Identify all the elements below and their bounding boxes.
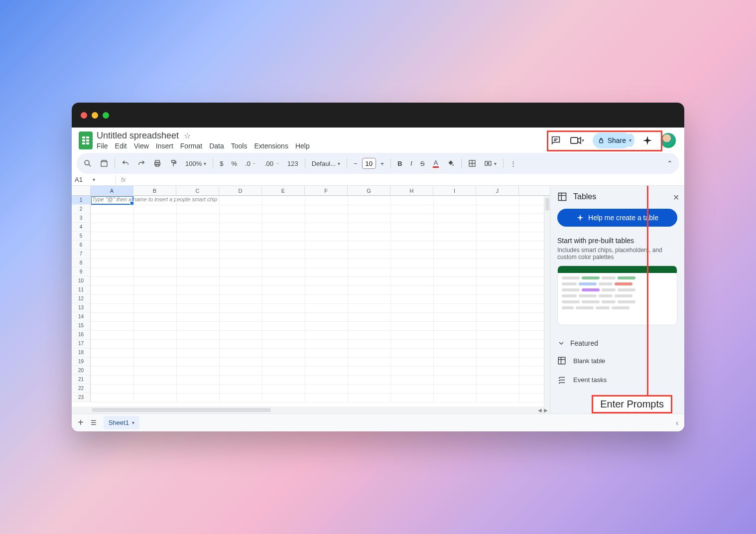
comments-icon[interactable] [550,134,562,146]
collapse-side-panel-icon[interactable]: ‹ [676,419,678,427]
menu-data[interactable]: Data [209,142,224,150]
table-view-icon[interactable] [99,159,110,167]
row-header-14[interactable]: 14 [72,312,91,321]
menu-format[interactable]: Format [180,142,202,150]
zoom-select[interactable]: 100%▾ [184,160,208,167]
fill-color-icon[interactable] [445,159,456,167]
merge-cells-icon[interactable]: ▾ [483,159,498,167]
app-header: Untitled spreadsheet ☆ File Edit View In… [72,128,684,150]
annotation-line [647,186,648,413]
minimize-window-dot[interactable] [92,112,98,119]
row-header-5[interactable]: 5 [72,232,91,241]
row-header-8[interactable]: 8 [72,259,91,267]
more-formats[interactable]: 123 [286,160,300,167]
increase-font-icon[interactable]: + [379,160,386,167]
add-sheet-icon[interactable]: + [78,417,84,428]
percent-icon[interactable]: % [230,160,239,167]
row-header-6[interactable]: 6 [72,241,91,250]
row-header-22[interactable]: 22 [72,384,91,393]
svg-rect-1 [599,139,603,142]
row-header-3[interactable]: 3 [72,214,91,223]
row-header-16[interactable]: 16 [72,330,91,339]
toolbar-more-icon[interactable]: ⋮ [508,160,518,167]
col-header-A[interactable]: A [91,186,133,196]
menu-help[interactable]: Help [295,142,310,150]
row-header-20[interactable]: 20 [72,366,91,375]
meet-icon[interactable]: ▾ [569,134,586,146]
sheet-tab-1[interactable]: Sheet1▾ [104,416,139,429]
strikethrough-icon[interactable]: S [419,160,426,167]
row-header-12[interactable]: 12 [72,294,91,303]
col-header-C[interactable]: C [176,186,219,196]
horizontal-scrollbar[interactable]: ◀ ▶ [72,406,550,413]
menu-file[interactable]: File [97,142,108,150]
row-header-11[interactable]: 11 [72,285,91,294]
scroll-right-icon[interactable]: ▶ [544,407,548,413]
featured-section[interactable]: Featured [557,335,677,351]
decrease-font-icon[interactable]: − [352,160,359,167]
row-header-15[interactable]: 15 [72,321,91,330]
vertical-scrollbar[interactable] [544,196,550,406]
spreadsheet-grid[interactable]: ABCDEFGHIJ 12345678910111213141516171819… [72,186,550,413]
col-header-J[interactable]: J [476,186,519,196]
collapse-toolbar-icon[interactable]: ⌃ [665,159,674,167]
col-header-E[interactable]: E [262,186,305,196]
increase-decimal-icon[interactable]: .00→ [263,160,281,167]
row-header-18[interactable]: 18 [72,348,91,357]
undo-icon[interactable] [120,159,131,167]
panel-title: Tables [573,192,596,201]
bold-icon[interactable]: B [396,160,403,167]
all-sheets-icon[interactable]: ☰ [91,419,97,426]
row-header-23[interactable]: 23 [72,393,91,402]
close-panel-icon[interactable]: ✕ [673,193,679,202]
col-header-G[interactable]: G [348,186,390,196]
annotation-callout: Enter Prompts [592,395,672,413]
redo-icon[interactable] [136,159,147,167]
row-header-7[interactable]: 7 [72,250,91,259]
doc-title[interactable]: Untitled spreadsheet [97,131,179,141]
col-header-B[interactable]: B [133,186,176,196]
text-color-icon[interactable]: A [431,159,441,168]
menu-edit[interactable]: Edit [115,142,127,150]
font-size-input[interactable] [362,158,376,169]
table-preview-card[interactable] [557,266,677,325]
name-box[interactable]: A1▾ [72,176,116,183]
template-blank-table[interactable]: Blank table [557,351,677,370]
row-header-4[interactable]: 4 [72,223,91,232]
row-header-19[interactable]: 19 [72,357,91,366]
template-event-tasks[interactable]: Event tasks [557,370,677,389]
share-button[interactable]: Share [593,133,631,148]
share-dropdown[interactable]: ▾ [626,134,634,147]
col-header-H[interactable]: H [390,186,433,196]
row-header-17[interactable]: 17 [72,339,91,348]
decrease-decimal-icon[interactable]: .0← [244,160,258,167]
col-header-F[interactable]: F [305,186,348,196]
gemini-icon[interactable] [641,134,653,146]
menu-extensions[interactable]: Extensions [254,142,288,150]
menu-insert[interactable]: Insert [156,142,173,150]
menu-tools[interactable]: Tools [231,142,248,150]
close-window-dot[interactable] [81,112,87,119]
borders-icon[interactable] [467,159,478,167]
col-header-I[interactable]: I [433,186,476,196]
star-icon[interactable]: ☆ [184,131,191,140]
col-header-D[interactable]: D [219,186,262,196]
row-header-9[interactable]: 9 [72,267,91,276]
header-right-group: ▾ Share ▾ [550,133,679,148]
row-header-2[interactable]: 2 [72,205,91,214]
scroll-left-icon[interactable]: ◀ [538,407,542,413]
search-menus-icon[interactable] [82,159,94,168]
print-icon[interactable] [152,159,163,167]
font-select[interactable]: Defaul...▾ [310,160,342,167]
user-avatar[interactable] [660,133,676,148]
row-header-21[interactable]: 21 [72,375,91,384]
paint-format-icon[interactable] [168,159,179,167]
maximize-window-dot[interactable] [103,112,109,119]
italic-icon[interactable]: I [409,159,414,167]
row-header-10[interactable]: 10 [72,276,91,285]
row-header-1[interactable]: 1 [72,196,91,205]
help-create-table-button[interactable]: Help me create a table [557,209,677,227]
currency-icon[interactable]: $ [218,160,225,167]
menu-view[interactable]: View [134,142,149,150]
row-header-13[interactable]: 13 [72,303,91,312]
